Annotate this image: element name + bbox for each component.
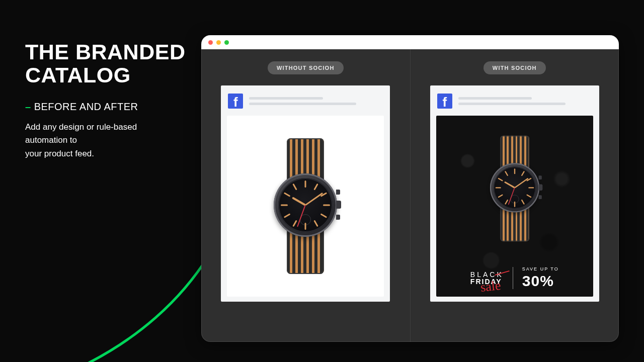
hero-copy: THE BRANDED CATALOG –BEFORE AND AFTER Ad… bbox=[25, 40, 196, 160]
hero-title-line2: CATALOG bbox=[25, 63, 196, 86]
ad-creative-branded: BLACK FRIDAY sale SAVE UP TO 30% bbox=[436, 116, 593, 297]
facebook-icon: f bbox=[437, 94, 452, 109]
hero-subtitle: BEFORE AND AFTER bbox=[34, 101, 138, 112]
facebook-icon: f bbox=[228, 94, 243, 109]
placeholder-lines bbox=[458, 97, 592, 105]
hero-description: Add any design or rule-based automation … bbox=[25, 121, 176, 160]
feed-card-without: f bbox=[221, 85, 390, 302]
product-watch-image bbox=[489, 136, 540, 242]
hero-subtitle-row: –BEFORE AND AFTER bbox=[25, 101, 196, 113]
window-close-icon bbox=[208, 40, 213, 45]
placeholder-lines bbox=[249, 97, 383, 105]
promo-script: sale bbox=[480, 279, 502, 294]
window-minimize-icon bbox=[216, 40, 221, 45]
save-label: SAVE UP TO bbox=[522, 266, 559, 272]
pill-without: WITHOUT SOCIOH bbox=[268, 61, 344, 74]
browser-window: WITHOUT SOCIOH f bbox=[201, 35, 619, 342]
promo-divider bbox=[513, 267, 513, 289]
comparison-panes: WITHOUT SOCIOH f bbox=[201, 49, 619, 342]
window-zoom-icon bbox=[224, 40, 229, 45]
accent-dash: – bbox=[25, 101, 31, 112]
pane-without: WITHOUT SOCIOH f bbox=[201, 49, 410, 342]
window-titlebar bbox=[201, 35, 619, 49]
pill-with: WITH SOCIOH bbox=[484, 61, 546, 74]
black-friday-text: BLACK FRIDAY sale bbox=[470, 271, 504, 285]
feed-card-with: f bbox=[430, 85, 599, 302]
post-header: f bbox=[227, 92, 384, 116]
hero-title-line1: THE BRANDED bbox=[25, 40, 196, 63]
promo-overlay: BLACK FRIDAY sale SAVE UP TO 30% bbox=[436, 266, 593, 290]
post-header: f bbox=[436, 92, 593, 116]
ad-creative-plain bbox=[227, 116, 384, 297]
save-block: SAVE UP TO 30% bbox=[522, 266, 559, 290]
pane-with: WITH SOCIOH f bbox=[410, 49, 619, 342]
save-percent: 30% bbox=[522, 273, 559, 290]
product-watch-image bbox=[273, 138, 338, 274]
hero-title: THE BRANDED CATALOG bbox=[25, 40, 196, 87]
